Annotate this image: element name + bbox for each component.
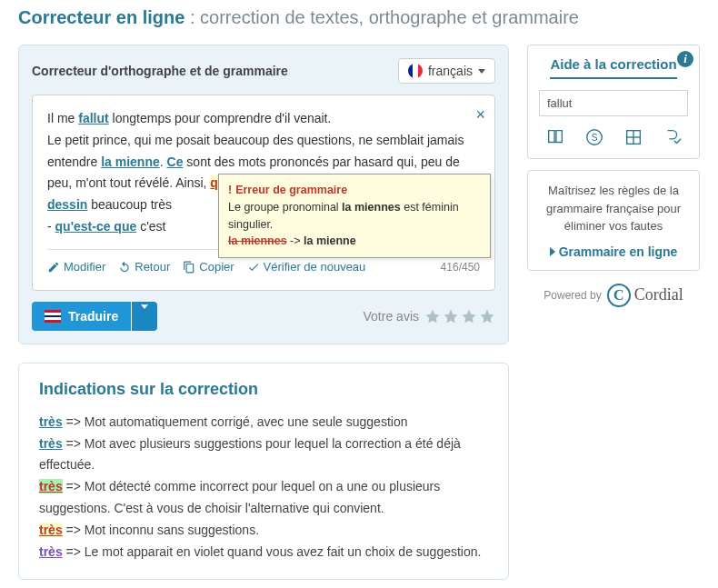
cordial-c-icon: C <box>607 284 631 307</box>
conjugate-icon[interactable] <box>663 127 683 147</box>
indications-title: Indications sur la correction <box>39 380 488 399</box>
ind-row: très => Mot avec plusieurs suggestions p… <box>39 434 488 477</box>
tooltip-title: Erreur de grammaire <box>235 184 347 196</box>
copy-button[interactable]: Copier <box>183 257 234 277</box>
rating-label: Votre avis <box>364 309 419 324</box>
check-icon <box>247 261 260 274</box>
grammar-text: Maîtrisez les règles de la grammaire fra… <box>539 182 688 235</box>
star-icon[interactable] <box>424 308 441 324</box>
triangle-right-icon <box>550 247 555 256</box>
tooltip-desc: Le groupe pronominal la miennes est fémi… <box>228 199 481 234</box>
ind-kw: très <box>39 523 63 537</box>
lang-label: français <box>428 64 473 78</box>
language-select[interactable]: français <box>398 58 495 84</box>
word-fallut[interactable]: fallut <box>78 111 108 125</box>
warning-icon: ! <box>228 184 232 196</box>
chevron-down-icon <box>141 304 148 324</box>
translate-dropdown[interactable] <box>131 302 157 331</box>
rating-section: Votre avis <box>364 308 495 324</box>
flag-fr-icon <box>408 64 423 78</box>
ind-row: très => Le mot apparait en violet quand … <box>39 542 488 563</box>
panel-title: Correcteur d'orthographe et de grammaire <box>32 64 288 78</box>
ind-kw: très <box>39 479 63 493</box>
translate-button[interactable]: Traduire <box>32 302 131 331</box>
rating-stars <box>424 308 495 324</box>
corrector-panel: Correcteur d'orthographe et de grammaire… <box>18 45 509 344</box>
undo-button[interactable]: Retour <box>118 257 170 277</box>
indications-panel: Indications sur la correction très => Mo… <box>18 363 509 581</box>
error-tooltip: !Erreur de grammaire Le groupe pronomina… <box>218 174 491 258</box>
grammar-link[interactable]: Grammaire en ligne <box>539 244 688 259</box>
word-ce[interactable]: Ce <box>167 154 184 169</box>
chevron-down-icon <box>478 69 485 74</box>
ind-kw: très <box>39 414 63 429</box>
help-title: Aide à la correction <box>550 56 676 79</box>
help-input[interactable] <box>539 90 688 116</box>
title-sub: : correction de textes, orthographe et g… <box>184 7 579 27</box>
title-main: Correcteur en ligne <box>18 7 184 27</box>
flag-en-icon <box>45 310 61 323</box>
page-title: Correcteur en ligne : correction de text… <box>18 7 700 28</box>
cordial-logo[interactable]: C Cordial <box>607 284 683 307</box>
info-icon[interactable]: i <box>677 51 693 67</box>
ind-row: très => Mot détecté comme incorrect pour… <box>39 476 488 520</box>
ind-kw: très <box>39 436 63 451</box>
copy-icon <box>183 261 195 274</box>
star-icon[interactable] <box>479 308 495 324</box>
help-panel: i Aide à la correction S <box>527 45 700 159</box>
synonym-icon[interactable]: S <box>584 127 604 147</box>
text-editor[interactable]: × Il me fallut longtemps pour comprendre… <box>32 95 495 291</box>
translate-button-group: Traduire <box>32 302 157 331</box>
ind-kw: très <box>39 544 63 559</box>
tooltip-fix: la miennes -> la mienne <box>228 233 481 250</box>
powered-by: Powered by C Cordial <box>527 284 700 307</box>
word-la-mienne[interactable]: la mienne <box>101 154 160 169</box>
modify-button[interactable]: Modifier <box>47 257 105 277</box>
word-quest[interactable]: qu'est-ce que <box>55 219 137 234</box>
svg-text:S: S <box>591 133 597 143</box>
char-count: 416/450 <box>441 258 480 276</box>
ind-row: très => Mot inconnu sans suggestions. <box>39 520 488 542</box>
star-icon[interactable] <box>443 308 459 324</box>
word-dessin[interactable]: dessin <box>47 197 87 212</box>
pencil-icon <box>47 261 60 274</box>
recheck-button[interactable]: Vérifier de nouveau <box>247 257 366 277</box>
undo-icon <box>118 261 131 274</box>
grammar-panel: Maîtrisez les règles de la grammaire fra… <box>527 170 700 271</box>
close-icon[interactable]: × <box>475 101 485 129</box>
ind-row: très => Mot automatiquement corrigé, ave… <box>39 412 488 434</box>
star-icon[interactable] <box>461 308 477 324</box>
book-icon[interactable] <box>545 127 565 147</box>
grid-icon[interactable] <box>623 127 643 147</box>
